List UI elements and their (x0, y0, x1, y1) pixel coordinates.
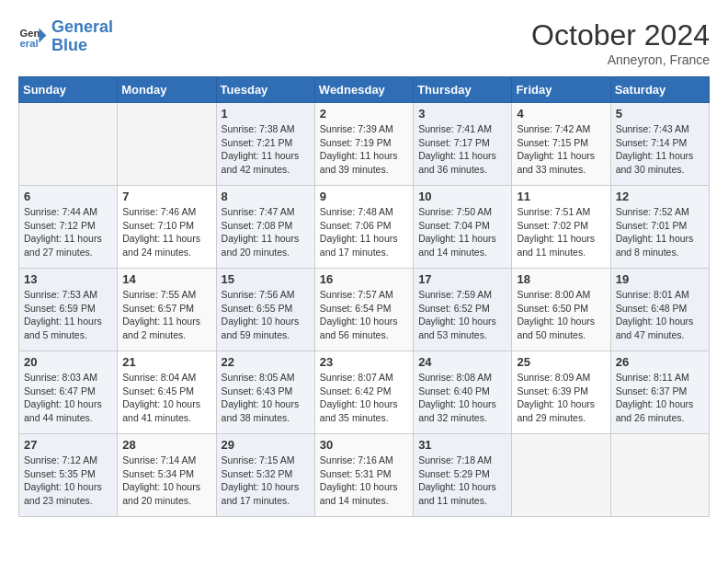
day-number: 15 (222, 272, 310, 286)
day-number: 7 (122, 190, 210, 203)
logo-icon: Gen eral (18, 22, 48, 52)
day-number: 10 (418, 190, 506, 203)
calendar-cell: 18Sunrise: 8:00 AMSunset: 6:50 PMDayligh… (512, 269, 610, 351)
weekday-header-cell: Monday (118, 77, 216, 103)
calendar-cell: 16Sunrise: 7:57 AMSunset: 6:54 PMDayligh… (314, 269, 413, 351)
calendar-cell: 25Sunrise: 8:09 AMSunset: 6:39 PMDayligh… (512, 351, 610, 434)
day-number: 17 (418, 272, 506, 286)
calendar-cell: 27Sunrise: 7:12 AMSunset: 5:35 PMDayligh… (19, 434, 118, 517)
weekday-header-row: SundayMondayTuesdayWednesdayThursdayFrid… (19, 77, 710, 103)
calendar-cell (610, 434, 709, 517)
calendar-cell: 1Sunrise: 7:38 AMSunset: 7:21 PMDaylight… (216, 103, 314, 186)
logo-text: GeneralBlue (51, 18, 113, 55)
day-number: 6 (24, 190, 112, 203)
day-info: Sunrise: 7:52 AMSunset: 7:01 PMDaylight:… (616, 205, 704, 259)
day-info: Sunrise: 8:11 AMSunset: 6:37 PMDaylight:… (616, 371, 704, 425)
calendar-cell: 6Sunrise: 7:44 AMSunset: 7:12 PMDaylight… (19, 186, 118, 269)
weekday-header-cell: Wednesday (314, 77, 413, 103)
calendar-cell: 4Sunrise: 7:42 AMSunset: 7:15 PMDaylight… (512, 103, 610, 186)
day-info: Sunrise: 7:18 AMSunset: 5:29 PMDaylight:… (418, 454, 506, 508)
calendar-cell (512, 434, 610, 517)
calendar-cell: 9Sunrise: 7:48 AMSunset: 7:06 PMDaylight… (314, 186, 413, 269)
day-info: Sunrise: 7:59 AMSunset: 6:52 PMDaylight:… (418, 288, 506, 342)
calendar-cell: 28Sunrise: 7:14 AMSunset: 5:34 PMDayligh… (118, 434, 216, 517)
day-number: 19 (616, 272, 704, 286)
page-header: Gen eral GeneralBlue October 2024 Anneyr… (18, 18, 710, 67)
location-subtitle: Anneyron, France (531, 52, 710, 67)
day-info: Sunrise: 8:05 AMSunset: 6:43 PMDaylight:… (222, 371, 310, 425)
day-number: 29 (222, 438, 310, 452)
calendar-table: SundayMondayTuesdayWednesdayThursdayFrid… (18, 76, 710, 517)
calendar-cell: 20Sunrise: 8:03 AMSunset: 6:47 PMDayligh… (19, 351, 118, 434)
day-number: 28 (122, 438, 210, 452)
day-number: 11 (517, 190, 605, 203)
day-number: 21 (122, 355, 210, 369)
day-number: 30 (320, 438, 408, 452)
calendar-cell: 11Sunrise: 7:51 AMSunset: 7:02 PMDayligh… (512, 186, 610, 269)
day-number: 9 (320, 190, 408, 203)
day-info: Sunrise: 8:04 AMSunset: 6:45 PMDaylight:… (122, 371, 210, 425)
day-info: Sunrise: 7:57 AMSunset: 6:54 PMDaylight:… (320, 288, 408, 342)
calendar-cell (118, 103, 216, 186)
calendar-cell: 15Sunrise: 7:56 AMSunset: 6:55 PMDayligh… (216, 269, 314, 351)
title-block: October 2024 Anneyron, France (531, 18, 710, 67)
day-number: 26 (616, 355, 704, 369)
day-number: 23 (320, 355, 408, 369)
day-number: 1 (222, 107, 310, 121)
day-info: Sunrise: 8:03 AMSunset: 6:47 PMDaylight:… (24, 371, 112, 425)
day-number: 31 (418, 438, 506, 452)
day-info: Sunrise: 8:00 AMSunset: 6:50 PMDaylight:… (517, 288, 605, 342)
calendar-week-row: 13Sunrise: 7:53 AMSunset: 6:59 PMDayligh… (19, 269, 710, 351)
day-info: Sunrise: 8:07 AMSunset: 6:42 PMDaylight:… (320, 371, 408, 425)
day-info: Sunrise: 7:44 AMSunset: 7:12 PMDaylight:… (24, 205, 112, 259)
day-info: Sunrise: 7:47 AMSunset: 7:08 PMDaylight:… (222, 205, 310, 259)
day-number: 16 (320, 272, 408, 286)
calendar-cell: 2Sunrise: 7:39 AMSunset: 7:19 PMDaylight… (314, 103, 413, 186)
day-number: 20 (24, 355, 112, 369)
calendar-week-row: 1Sunrise: 7:38 AMSunset: 7:21 PMDaylight… (19, 103, 710, 186)
day-info: Sunrise: 7:41 AMSunset: 7:17 PMDaylight:… (418, 122, 506, 177)
day-info: Sunrise: 7:48 AMSunset: 7:06 PMDaylight:… (320, 205, 408, 259)
day-info: Sunrise: 7:39 AMSunset: 7:19 PMDaylight:… (320, 122, 408, 177)
day-info: Sunrise: 8:01 AMSunset: 6:48 PMDaylight:… (616, 288, 704, 342)
day-info: Sunrise: 7:56 AMSunset: 6:55 PMDaylight:… (222, 288, 310, 342)
calendar-cell: 5Sunrise: 7:43 AMSunset: 7:14 PMDaylight… (610, 103, 709, 186)
calendar-week-row: 6Sunrise: 7:44 AMSunset: 7:12 PMDaylight… (19, 186, 710, 269)
calendar-cell: 13Sunrise: 7:53 AMSunset: 6:59 PMDayligh… (19, 269, 118, 351)
calendar-cell: 23Sunrise: 8:07 AMSunset: 6:42 PMDayligh… (314, 351, 413, 434)
logo: Gen eral GeneralBlue (18, 18, 113, 55)
day-number: 5 (616, 107, 704, 121)
calendar-cell: 31Sunrise: 7:18 AMSunset: 5:29 PMDayligh… (414, 434, 512, 517)
day-info: Sunrise: 8:09 AMSunset: 6:39 PMDaylight:… (517, 371, 605, 425)
calendar-cell: 19Sunrise: 8:01 AMSunset: 6:48 PMDayligh… (610, 269, 709, 351)
day-info: Sunrise: 7:46 AMSunset: 7:10 PMDaylight:… (122, 205, 210, 259)
calendar-cell: 26Sunrise: 8:11 AMSunset: 6:37 PMDayligh… (610, 351, 709, 434)
day-number: 25 (517, 355, 605, 369)
calendar-cell: 17Sunrise: 7:59 AMSunset: 6:52 PMDayligh… (414, 269, 512, 351)
day-info: Sunrise: 7:14 AMSunset: 5:34 PMDaylight:… (122, 454, 210, 508)
calendar-cell: 24Sunrise: 8:08 AMSunset: 6:40 PMDayligh… (414, 351, 512, 434)
day-info: Sunrise: 7:50 AMSunset: 7:04 PMDaylight:… (418, 205, 506, 259)
calendar-cell: 21Sunrise: 8:04 AMSunset: 6:45 PMDayligh… (118, 351, 216, 434)
calendar-week-row: 27Sunrise: 7:12 AMSunset: 5:35 PMDayligh… (19, 434, 710, 517)
weekday-header-cell: Friday (512, 77, 610, 103)
calendar-cell: 7Sunrise: 7:46 AMSunset: 7:10 PMDaylight… (118, 186, 216, 269)
calendar-cell: 30Sunrise: 7:16 AMSunset: 5:31 PMDayligh… (314, 434, 413, 517)
day-info: Sunrise: 7:55 AMSunset: 6:57 PMDaylight:… (122, 288, 210, 342)
calendar-cell: 12Sunrise: 7:52 AMSunset: 7:01 PMDayligh… (610, 186, 709, 269)
svg-marker-2 (39, 28, 46, 42)
calendar-cell: 29Sunrise: 7:15 AMSunset: 5:32 PMDayligh… (216, 434, 314, 517)
day-number: 4 (517, 107, 605, 121)
day-info: Sunrise: 7:15 AMSunset: 5:32 PMDaylight:… (222, 454, 310, 508)
day-number: 2 (320, 107, 408, 121)
day-info: Sunrise: 7:53 AMSunset: 6:59 PMDaylight:… (24, 288, 112, 342)
weekday-header-cell: Thursday (414, 77, 512, 103)
calendar-cell: 3Sunrise: 7:41 AMSunset: 7:17 PMDaylight… (414, 103, 512, 186)
day-number: 18 (517, 272, 605, 286)
day-number: 14 (122, 272, 210, 286)
weekday-header-cell: Saturday (610, 77, 709, 103)
calendar-body: 1Sunrise: 7:38 AMSunset: 7:21 PMDaylight… (19, 103, 710, 517)
day-number: 12 (616, 190, 704, 203)
calendar-cell: 10Sunrise: 7:50 AMSunset: 7:04 PMDayligh… (414, 186, 512, 269)
day-info: Sunrise: 7:16 AMSunset: 5:31 PMDaylight:… (320, 454, 408, 508)
